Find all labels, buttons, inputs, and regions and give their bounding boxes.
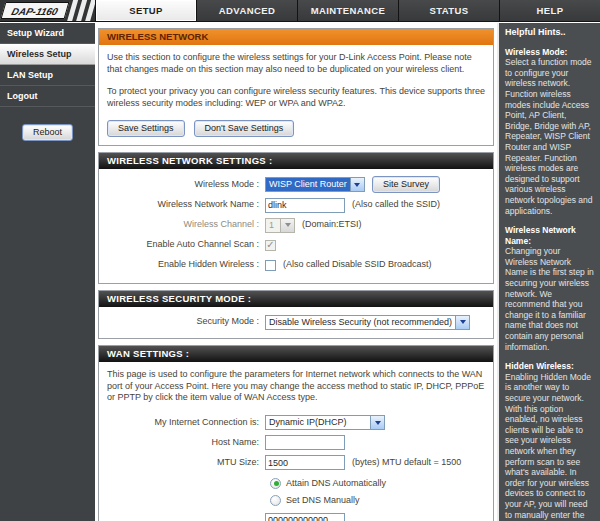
save-settings-button[interactable]: Save Settings — [107, 120, 185, 137]
internet-connection-label: My Internet Connection is: — [107, 417, 265, 429]
host-name-label: Host Name: — [107, 437, 265, 449]
left-sidebar: Setup Wizard Wireless Setup LAN Setup Lo… — [0, 23, 95, 521]
main-tabs: SETUP ADVANCED MAINTENANCE STATUS HELP — [95, 0, 600, 21]
site-survey-button[interactable]: Site Survey — [372, 176, 440, 193]
mtu-size-input[interactable] — [265, 455, 345, 470]
wireless-network-name-input[interactable] — [265, 198, 345, 213]
device-model-label: DAP-1160 — [1, 2, 70, 19]
domain-note: (Domain:ETSI) — [302, 219, 362, 231]
attain-dns-auto-label: Attain DNS Automatically — [286, 478, 386, 490]
clone-mac-label: Clone MAC Address: — [107, 513, 265, 521]
wireless-mode-value: WISP Client Router — [266, 178, 350, 191]
wan-settings-title: WAN SETTINGS : — [99, 346, 493, 362]
clone-mac-input[interactable] — [265, 513, 345, 521]
router-admin-page: DAP-1160 SETUP ADVANCED MAINTENANCE STAT… — [0, 0, 600, 521]
dont-save-settings-button[interactable]: Don't Save Settings — [194, 120, 295, 137]
hint-hidden-wireless: Hidden Wireless: Enabling Hidden Mode is… — [505, 361, 594, 521]
ssid-broadcast-note: (Also called Disable SSID Broadcast) — [283, 259, 432, 271]
wireless-network-name-label: Wireless Network Name : — [107, 199, 265, 211]
wireless-mode-select[interactable]: WISP Client Router — [265, 177, 365, 192]
tab-maintenance[interactable]: MAINTENANCE — [297, 0, 398, 21]
tab-status[interactable]: STATUS — [398, 0, 499, 21]
chevron-down-icon — [280, 219, 294, 232]
device-logo: DAP-1160 — [0, 0, 95, 21]
hidden-wireless-label: Enable Hidden Wireless : — [107, 259, 265, 271]
top-bar: DAP-1160 SETUP ADVANCED MAINTENANCE STAT… — [0, 0, 600, 22]
wan-settings-section: WAN SETTINGS : This page is used to conf… — [98, 345, 494, 521]
hint-wireless-mode: Wireless Mode: Select a function mode to… — [505, 47, 594, 217]
sidebar-item-wireless-setup[interactable]: Wireless Setup — [0, 44, 95, 65]
wireless-network-settings-title: WIRELESS NETWORK SETTINGS : — [99, 153, 493, 169]
wireless-channel-select: 1 — [265, 218, 295, 233]
attain-dns-auto-radio[interactable] — [270, 478, 281, 489]
internet-connection-value: Dynamic IP(DHCP) — [266, 416, 350, 429]
set-dns-manually-radio[interactable] — [270, 495, 281, 506]
mtu-size-label: MTU Size: — [107, 457, 265, 469]
security-mode-value: Disable Wireless Security (not recommend… — [266, 316, 455, 329]
wireless-network-section: WIRELESS NETWORK Use this section to con… — [98, 28, 494, 146]
tab-advanced[interactable]: ADVANCED — [196, 0, 297, 21]
reboot-button[interactable]: Reboot — [22, 124, 73, 141]
hint-wireless-network-name: Wireless Network Name: Changing your Wir… — [505, 225, 594, 352]
auto-channel-scan-checkbox: ✓ — [265, 240, 276, 251]
mtu-note: (bytes) MTU default = 1500 — [352, 457, 461, 469]
helpful-hints-panel: Helpful Hints.. Wireless Mode: Select a … — [497, 23, 600, 521]
helpful-hints-title: Helpful Hints.. — [505, 27, 594, 38]
sidebar-item-logout[interactable]: Logout — [0, 86, 95, 107]
host-name-input[interactable] — [265, 435, 345, 450]
wireless-channel-label: Wireless Channel : — [107, 219, 265, 231]
wan-settings-paragraph: This page is used to configure the param… — [107, 369, 485, 404]
sidebar-item-setup-wizard[interactable]: Setup Wizard — [0, 23, 95, 44]
security-mode-label: Security Mode : — [107, 316, 265, 328]
chevron-down-icon — [370, 416, 384, 429]
auto-channel-scan-label: Enable Auto Channel Scan : — [107, 239, 265, 251]
wireless-network-settings-section: WIRELESS NETWORK SETTINGS : Wireless Mod… — [98, 152, 494, 284]
chevron-down-icon — [350, 178, 364, 191]
sidebar-item-lan-setup[interactable]: LAN Setup — [0, 65, 95, 86]
ssid-note: (Also called the SSID) — [352, 199, 440, 211]
wireless-network-title: WIRELESS NETWORK — [99, 29, 493, 45]
security-mode-select[interactable]: Disable Wireless Security (not recommend… — [265, 315, 470, 330]
main-content: WIRELESS NETWORK Use this section to con… — [95, 23, 497, 521]
chevron-down-icon — [455, 316, 469, 329]
hidden-wireless-checkbox[interactable] — [265, 260, 276, 271]
wireless-mode-label: Wireless Mode : — [107, 179, 265, 191]
tab-setup[interactable]: SETUP — [95, 0, 196, 21]
wireless-network-paragraph-2: To protect your privacy you can configur… — [107, 86, 485, 109]
tab-help[interactable]: HELP — [499, 0, 600, 21]
wireless-security-mode-section: WIRELESS SECURITY MODE : Security Mode :… — [98, 290, 494, 339]
set-dns-manually-label: Set DNS Manually — [286, 495, 360, 507]
wireless-security-mode-title: WIRELESS SECURITY MODE : — [99, 291, 493, 307]
internet-connection-select[interactable]: Dynamic IP(DHCP) — [265, 415, 385, 430]
wireless-network-paragraph-1: Use this section to configure the wirele… — [107, 52, 485, 75]
wireless-channel-value: 1 — [266, 219, 280, 232]
